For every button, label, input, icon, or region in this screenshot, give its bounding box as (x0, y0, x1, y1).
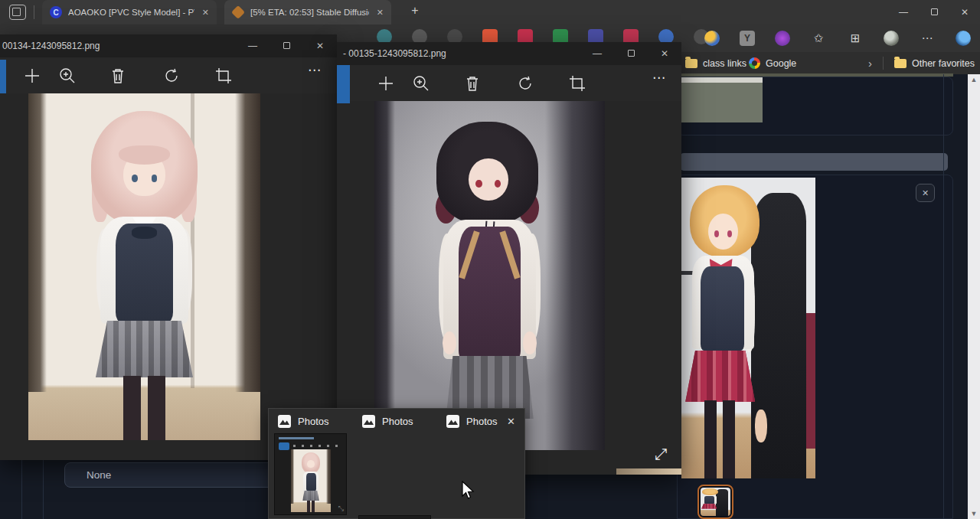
scroll-down-icon[interactable]: ▼ (968, 510, 980, 517)
browser-tab-1[interactable]: C AOAOKO [PVC Style Model] - PV ✕ (42, 0, 217, 24)
taskbar-preview-photos-2[interactable]: Photos (362, 415, 413, 428)
photo-blonde-girl-output[interactable] (681, 178, 815, 478)
window-title: 00134-1243095812.png (0, 41, 100, 51)
settings-more-icon[interactable]: ⋯ (919, 31, 936, 45)
desktop-screen: C AOAOKO [PVC Style Model] - PV ✕ [5% ET… (0, 0, 980, 519)
close-icon[interactable]: ✕ (303, 41, 337, 51)
bookmark-folder-class-links[interactable]: class links (685, 55, 746, 71)
crop-icon[interactable] (568, 74, 586, 93)
panel-border (943, 74, 944, 519)
photos-app-icon (278, 415, 291, 428)
preview-label: Photos (382, 416, 413, 427)
tab-separator (34, 5, 34, 19)
preview-close-icon[interactable]: ✕ (507, 416, 515, 427)
zoom-in-icon[interactable] (412, 74, 430, 93)
bookmark-folder-other-favorites[interactable]: Other favorites (894, 55, 975, 71)
gallery-close-button[interactable]: ✕ (916, 184, 935, 202)
tab-close-icon[interactable]: ✕ (202, 8, 209, 18)
civitai-icon: C (50, 6, 62, 18)
photos-window-left: 00134-1243095812.png — ✕ ⋯ (0, 34, 337, 460)
extension-icon[interactable] (775, 31, 790, 46)
tab-close-icon[interactable]: ✕ (377, 8, 384, 18)
toolbar-right-icons: Y ✩ ⊞ ⋯ (704, 30, 971, 47)
window-title: - 00135-1243095812.png (337, 48, 446, 59)
taskbar-preview-thumbnail-2[interactable]: ⤡ (358, 515, 431, 519)
panel-border (21, 460, 22, 519)
photos-titlebar[interactable]: - 00135-1243095812.png — ✕ (337, 42, 681, 65)
chevron-icon: › (868, 57, 872, 70)
minimize-icon[interactable]: — (580, 48, 614, 59)
zoom-in-icon[interactable] (58, 67, 77, 85)
rotate-icon[interactable] (516, 74, 534, 93)
close-icon[interactable]: ✕ (648, 48, 681, 59)
browser-window-controls: — ✕ (888, 0, 980, 24)
tab-title: [5% ETA: 02:53] Stable Diffusion (250, 8, 369, 17)
gallery-thumbnail-selected[interactable] (697, 485, 733, 519)
photo-pink-haired-girl[interactable] (28, 93, 260, 440)
favorites-star-icon[interactable]: ✩ (810, 31, 827, 45)
browser-scrollbar[interactable]: ▲ ▼ (968, 74, 980, 519)
restore-icon[interactable] (270, 41, 303, 51)
delete-icon[interactable] (463, 74, 482, 93)
bookmarks-separator (883, 57, 884, 70)
rotate-icon[interactable] (162, 67, 181, 85)
sd-generation-preview (681, 77, 763, 122)
bing-icon[interactable] (956, 31, 971, 46)
y-extension-icon[interactable]: Y (740, 31, 755, 46)
tab-actions-icon[interactable] (9, 5, 26, 20)
bookmarks-overflow-chevron[interactable]: › (868, 55, 872, 71)
google-icon (749, 57, 760, 69)
minimize-icon[interactable]: — (888, 7, 919, 18)
see-more-icon[interactable]: ⋯ (652, 70, 671, 88)
photos-app-icon (446, 415, 459, 428)
restore-icon[interactable] (614, 48, 648, 59)
delete-icon[interactable] (109, 67, 127, 85)
sd-progress-bar (680, 153, 948, 171)
folder-icon (894, 59, 906, 68)
browser-tab-bar: C AOAOKO [PVC Style Model] - PV ✕ [5% ET… (0, 0, 980, 24)
bookmark-label: Google (766, 58, 796, 69)
taskbar-preview-photos-1[interactable]: Photos (278, 415, 328, 428)
close-icon[interactable]: ✕ (949, 7, 980, 18)
minimize-icon[interactable]: — (236, 41, 270, 51)
mini-resize-icon: ⤡ (338, 504, 344, 513)
tab-title: AOAOKO [PVC Style Model] - PV (68, 8, 194, 17)
expand-icon[interactable]: ⤢ (655, 446, 667, 463)
preview-label: Photos (466, 416, 497, 427)
scroll-up-icon[interactable]: ▲ (968, 76, 980, 83)
profile-avatar[interactable] (884, 31, 899, 46)
window-bottom-strip (616, 468, 681, 475)
panel-border (43, 460, 44, 519)
photo-dark-haired-girl[interactable] (374, 101, 605, 450)
collections-icon[interactable]: ⊞ (847, 31, 864, 45)
folder-icon (685, 59, 697, 68)
bookmark-label: class links (703, 58, 746, 69)
thumbnail-image (701, 488, 730, 516)
add-icon[interactable] (377, 74, 395, 93)
taskbar-preview-photos-3[interactable]: Photos ✕ (446, 415, 520, 428)
crop-icon[interactable] (214, 67, 233, 85)
photos-toolbar: ⋯ (337, 65, 681, 101)
preview-label: Photos (298, 416, 328, 427)
mini-photo-pink (291, 449, 331, 512)
bookmark-google[interactable]: Google (749, 55, 796, 71)
taskbar-preview-flyout: Photos ⤡ Photos ⤡ Photos (268, 408, 525, 519)
photos-app-icon (362, 415, 375, 428)
dropdown-value: None (87, 469, 111, 481)
browser-tab-2[interactable]: [5% ETA: 02:53] Stable Diffusion ✕ (224, 0, 391, 24)
bookmark-label: Other favorites (912, 58, 975, 69)
see-more-icon[interactable]: ⋯ (308, 62, 326, 80)
new-tab-button[interactable]: + (406, 4, 424, 21)
accent-strip (337, 65, 350, 103)
extension-sphere-icon[interactable] (704, 31, 720, 46)
restore-icon[interactable] (919, 7, 949, 18)
gradio-icon (231, 5, 245, 19)
accent-strip (0, 60, 6, 93)
taskbar-preview-thumbnail-1[interactable]: ⤡ (274, 433, 347, 515)
add-icon[interactable] (23, 67, 41, 85)
close-icon: ✕ (922, 188, 929, 198)
photos-toolbar: ⋯ (0, 57, 337, 93)
photos-titlebar[interactable]: 00134-1243095812.png — ✕ (0, 34, 337, 57)
